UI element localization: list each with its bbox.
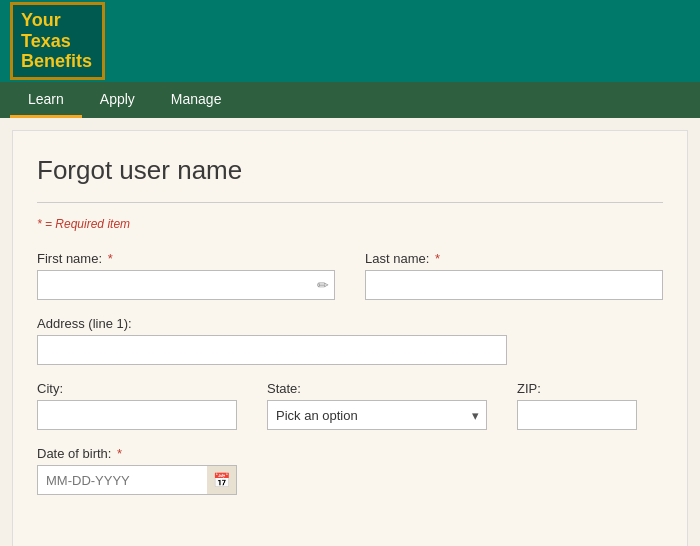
first-name-label: First name: * <box>37 251 335 266</box>
first-name-group: First name: * ✏ <box>37 251 335 300</box>
last-name-required: * <box>435 251 440 266</box>
logo-line2: Texas <box>21 31 71 52</box>
city-state-zip-row: City: State: Pick an optionAlabamaAlaska… <box>37 381 663 430</box>
zip-group: ZIP: <box>517 381 637 430</box>
form-divider <box>37 202 663 203</box>
zip-label: ZIP: <box>517 381 637 396</box>
first-name-required: * <box>108 251 113 266</box>
dob-input[interactable] <box>37 465 207 495</box>
nav-item-apply[interactable]: Apply <box>82 82 153 118</box>
state-select[interactable]: Pick an optionAlabamaAlaskaArizonaArkans… <box>267 400 487 430</box>
header: Your Texas Benefits <box>0 0 700 82</box>
first-name-input-wrapper: ✏ <box>37 270 335 300</box>
address-line1-group: Address (line 1): <box>37 316 663 365</box>
dob-row: Date of birth: * 📅 <box>37 446 663 495</box>
last-name-input[interactable] <box>365 270 663 300</box>
state-group: State: Pick an optionAlabamaAlaskaArizon… <box>267 381 487 430</box>
dob-group: Date of birth: * 📅 <box>37 446 237 495</box>
city-group: City: <box>37 381 237 430</box>
calendar-icon: 📅 <box>213 472 230 488</box>
logo-line3: Benefits <box>21 51 92 72</box>
last-name-group: Last name: * <box>365 251 663 300</box>
zip-input[interactable] <box>517 400 637 430</box>
navbar: Learn Apply Manage <box>0 82 700 118</box>
state-label: State: <box>267 381 487 396</box>
dob-label: Date of birth: * <box>37 446 237 461</box>
address-row: Address (line 1): <box>37 316 663 365</box>
main-content: Forgot user name * = Required item First… <box>12 130 688 546</box>
calendar-button[interactable]: 📅 <box>207 465 237 495</box>
address-line1-label: Address (line 1): <box>37 316 663 331</box>
city-input[interactable] <box>37 400 237 430</box>
dob-input-wrapper: 📅 <box>37 465 237 495</box>
dob-required: * <box>117 446 122 461</box>
logo[interactable]: Your Texas Benefits <box>10 2 105 80</box>
logo-line1: Your <box>21 10 61 31</box>
first-name-input[interactable] <box>37 270 335 300</box>
nav-item-learn[interactable]: Learn <box>10 82 82 118</box>
address-line1-input[interactable] <box>37 335 507 365</box>
state-select-wrapper: Pick an optionAlabamaAlaskaArizonaArkans… <box>267 400 487 430</box>
name-row: First name: * ✏ Last name: * <box>37 251 663 300</box>
nav-item-manage[interactable]: Manage <box>153 82 240 118</box>
last-name-label: Last name: * <box>365 251 663 266</box>
city-label: City: <box>37 381 237 396</box>
page-title: Forgot user name <box>37 155 663 186</box>
required-note: * = Required item <box>37 217 663 231</box>
